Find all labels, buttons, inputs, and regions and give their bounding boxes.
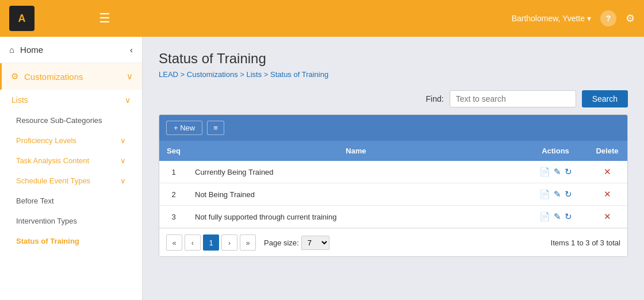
page-size-label: Page size: <box>264 239 299 247</box>
sidebar-item-before-text[interactable]: Before Text <box>0 191 142 211</box>
table-header-row: Seq Name Actions Delete <box>159 141 627 161</box>
page-size-select[interactable]: 7 10 25 <box>301 236 329 250</box>
search-input[interactable] <box>450 90 576 107</box>
new-button[interactable]: + New <box>166 121 202 135</box>
logo: A LEAD <box>9 6 90 31</box>
row-seq: 1 <box>159 161 188 183</box>
row-delete: ✕ <box>587 161 627 183</box>
hamburger-icon[interactable]: ☰ <box>99 11 110 26</box>
sidebar-item-resource-sub-categories[interactable]: Resource Sub-Categories <box>0 110 142 130</box>
home-label: Home <box>20 45 43 55</box>
current-page-button[interactable]: 1 <box>203 234 219 251</box>
pagination-info: Items 1 to 3 of 3 total <box>551 239 620 247</box>
breadcrumb: LEAD > Customizations > Lists > Status o… <box>159 70 628 79</box>
delete-icon[interactable]: ✕ <box>604 211 611 221</box>
delete-icon[interactable]: ✕ <box>604 189 611 199</box>
col-actions: Actions <box>524 141 587 161</box>
logo-text: LEAD <box>38 9 90 28</box>
view-icon[interactable]: 📄 <box>539 211 550 222</box>
sidebar-item-schedule-event-types[interactable]: Schedule Event Types ∨ <box>0 171 142 191</box>
restore-icon[interactable]: ↻ <box>565 211 572 222</box>
user-menu[interactable]: Bartholomew, Yvette ▾ <box>512 14 591 23</box>
row-actions: 📄 ✎ ↻ <box>524 161 587 183</box>
header: A LEAD ☰ Bartholomew, Yvette ▾ ? ⚙ <box>0 0 644 37</box>
edit-icon[interactable]: ✎ <box>554 167 561 177</box>
edit-icon[interactable]: ✎ <box>554 189 561 199</box>
user-dropdown-icon: ▾ <box>587 14 591 23</box>
header-left: A LEAD ☰ <box>9 6 110 31</box>
layout: ⌂ Home ‹ ⚙ Customizations ∨ Lists ∨ Reso… <box>0 37 644 300</box>
table-row: 3 Not fully supported through current tr… <box>159 206 627 228</box>
page-title: Status of Training <box>159 51 628 67</box>
sidebar-item-status-of-training[interactable]: Status of Training <box>0 231 142 251</box>
table-container: + New ≡ Seq Name Actions Delete 1 Curren… <box>159 114 628 257</box>
edit-icon[interactable]: ✎ <box>554 211 561 222</box>
last-page-button[interactable]: » <box>240 234 256 251</box>
sidebar-item-lists[interactable]: Lists ∨ <box>0 90 142 110</box>
search-button[interactable]: Search <box>582 90 628 107</box>
proficiency-chevron: ∨ <box>120 136 126 145</box>
header-right: Bartholomew, Yvette ▾ ? ⚙ <box>512 10 635 26</box>
sidebar-item-intervention-types[interactable]: Intervention Types <box>0 211 142 231</box>
data-table: Seq Name Actions Delete 1 Currently Bein… <box>159 141 627 228</box>
table-row: 2 Not Being Trained 📄 ✎ ↻ ✕ <box>159 183 627 206</box>
restore-icon[interactable]: ↻ <box>565 189 572 199</box>
row-name: Not fully supported through current trai… <box>188 206 524 228</box>
table-row: 1 Currently Being Trained 📄 ✎ ↻ ✕ <box>159 161 627 183</box>
lists-chevron: ∨ <box>125 95 131 105</box>
sidebar-item-home[interactable]: ⌂ Home ‹ <box>0 37 142 63</box>
sidebar-item-proficiency-levels[interactable]: Proficiency Levels ∨ <box>0 130 142 151</box>
view-icon[interactable]: 📄 <box>539 189 550 199</box>
row-actions: 📄 ✎ ↻ <box>524 183 587 206</box>
col-seq: Seq <box>159 141 188 161</box>
row-seq: 3 <box>159 206 188 228</box>
customizations-label: Customizations <box>24 72 83 82</box>
sidebar-home-chevron: ‹ <box>130 45 133 55</box>
row-name: Currently Being Trained <box>188 161 524 183</box>
home-icon: ⌂ <box>9 45 14 55</box>
search-label: Find: <box>426 94 444 103</box>
settings-icon[interactable]: ⚙ <box>626 12 635 25</box>
sidebar-item-task-analysis-content[interactable]: Task Analysis Content ∨ <box>0 151 142 171</box>
pagination: « ‹ 1 › » Page size: 7 10 25 Items 1 to … <box>159 228 627 256</box>
task-chevron: ∨ <box>120 156 126 165</box>
row-delete: ✕ <box>587 183 627 206</box>
lists-label: Lists <box>12 95 28 105</box>
row-name: Not Being Trained <box>188 183 524 206</box>
sidebar: ⌂ Home ‹ ⚙ Customizations ∨ Lists ∨ Reso… <box>0 37 143 300</box>
schedule-chevron: ∨ <box>120 176 126 185</box>
restore-icon[interactable]: ↻ <box>565 167 572 177</box>
col-delete: Delete <box>587 141 627 161</box>
logo-letter: A <box>18 13 26 25</box>
list-view-button[interactable]: ≡ <box>207 121 224 135</box>
delete-icon[interactable]: ✕ <box>604 167 611 176</box>
search-bar: Find: Search <box>159 90 628 107</box>
logo-icon: A <box>9 6 34 31</box>
row-seq: 2 <box>159 183 188 206</box>
main-content: Status of Training LEAD > Customizations… <box>143 37 644 300</box>
row-actions: 📄 ✎ ↻ <box>524 206 587 228</box>
user-name: Bartholomew, Yvette <box>512 14 585 23</box>
first-page-button[interactable]: « <box>166 234 182 251</box>
table-toolbar: + New ≡ <box>159 115 627 141</box>
row-delete: ✕ <box>587 206 627 228</box>
col-name: Name <box>188 141 524 161</box>
prev-page-button[interactable]: ‹ <box>185 234 201 251</box>
sidebar-item-customizations[interactable]: ⚙ Customizations ∨ <box>0 63 142 90</box>
customizations-chevron: ∨ <box>126 71 133 82</box>
help-button[interactable]: ? <box>600 10 616 26</box>
customizations-icon: ⚙ <box>11 71 18 82</box>
next-page-button[interactable]: › <box>221 234 237 251</box>
view-icon[interactable]: 📄 <box>539 167 550 177</box>
